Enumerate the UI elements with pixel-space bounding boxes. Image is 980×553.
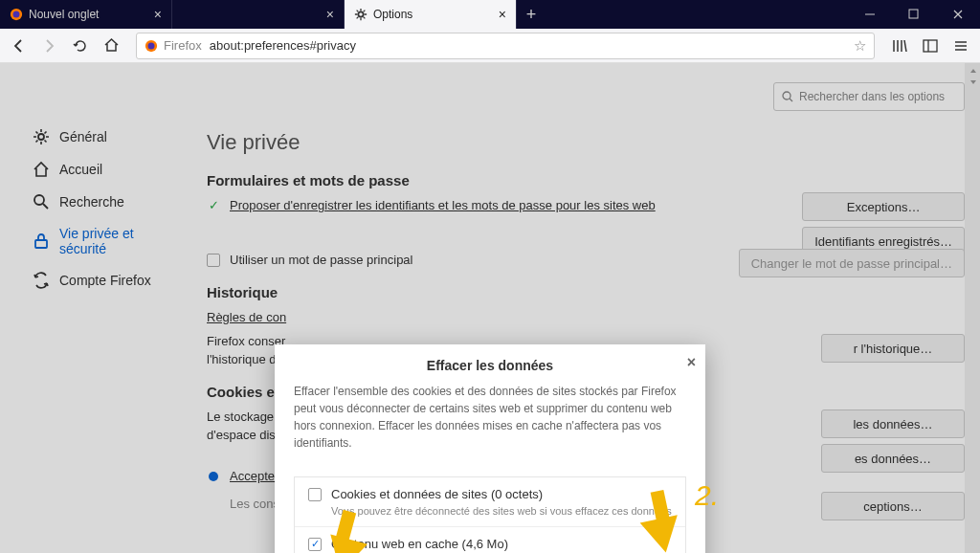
svg-point-2 bbox=[358, 11, 363, 16]
svg-point-1 bbox=[13, 11, 20, 18]
back-button[interactable] bbox=[6, 33, 33, 59]
annotation-number: 2. bbox=[695, 479, 719, 512]
library-icon[interactable] bbox=[886, 33, 913, 59]
preferences-page: Général Accueil Recherche Vie privée et … bbox=[0, 63, 980, 553]
annotation-arrow-icon bbox=[640, 515, 685, 553]
new-tab-button[interactable]: + bbox=[517, 0, 546, 29]
minimize-button[interactable] bbox=[848, 0, 892, 29]
close-icon[interactable]: × bbox=[154, 7, 162, 22]
firefox-icon bbox=[10, 8, 23, 21]
close-icon[interactable]: × bbox=[499, 7, 506, 22]
svg-rect-4 bbox=[909, 10, 918, 18]
firefox-icon bbox=[145, 39, 158, 53]
dialog-title: Effacer les données bbox=[427, 358, 553, 373]
gear-icon bbox=[354, 8, 368, 21]
browser-tab[interactable]: Nouvel onglet × bbox=[0, 0, 172, 29]
forward-button[interactable] bbox=[36, 33, 63, 59]
home-button[interactable] bbox=[98, 33, 124, 59]
reload-button[interactable] bbox=[67, 33, 94, 59]
option-sublabel: Vous pouvez être déconnecté des sites we… bbox=[331, 505, 672, 517]
checkbox-empty-icon[interactable] bbox=[308, 488, 322, 501]
dialog-description: Effacer l'ensemble des cookies et des do… bbox=[275, 383, 705, 465]
tab-title: Nouvel onglet bbox=[29, 8, 148, 21]
tab-title: Options bbox=[373, 8, 493, 21]
option-label: Cookies et données de sites (0 octets) bbox=[331, 487, 543, 501]
checkbox-checked-icon[interactable]: ✓ bbox=[308, 538, 322, 551]
svg-point-6 bbox=[148, 42, 155, 49]
url-bar[interactable]: Firefox about:preferences#privacy ☆ bbox=[136, 33, 875, 59]
browser-toolbar: Firefox about:preferences#privacy ☆ bbox=[0, 29, 980, 63]
browser-tab-active[interactable]: Options × bbox=[345, 0, 517, 29]
window-close-button[interactable] bbox=[936, 0, 980, 29]
browser-tab[interactable]: × bbox=[172, 0, 345, 29]
url-text: about:preferences#privacy bbox=[210, 38, 854, 53]
sidebar-icon[interactable] bbox=[917, 33, 944, 59]
bookmark-star-icon[interactable]: ☆ bbox=[854, 37, 866, 55]
window-titlebar: Nouvel onglet × × Options × + bbox=[0, 0, 980, 29]
svg-rect-7 bbox=[924, 40, 937, 52]
maximize-button[interactable] bbox=[892, 0, 936, 29]
url-brand: Firefox bbox=[164, 38, 202, 53]
menu-button[interactable] bbox=[947, 33, 974, 59]
dialog-close-button[interactable]: × bbox=[687, 354, 696, 371]
close-icon[interactable]: × bbox=[326, 7, 334, 22]
